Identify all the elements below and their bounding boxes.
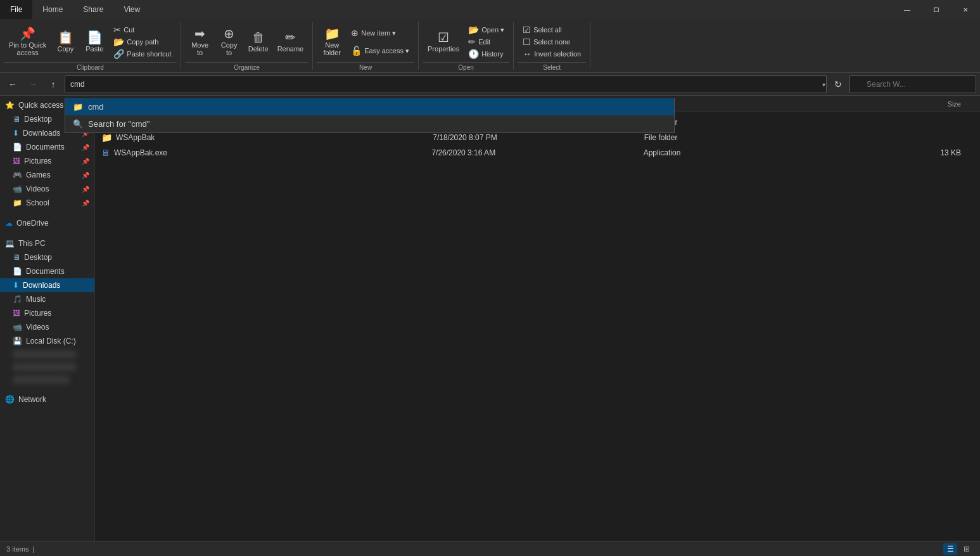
pin-icon-school: 📌 [82, 200, 89, 207]
main-area: ⭐ Quick access 🖥 Desktop 📌 ⬇ Downloads 📌… [0, 96, 980, 541]
status-bar: 3 items | ☰ ⊞ [0, 541, 980, 556]
copy-button[interactable]: 📋 Copy [51, 24, 79, 60]
details-view-button[interactable]: ☰ [943, 543, 957, 555]
tab-file[interactable]: File [0, 0, 32, 19]
paste-shortcut-button[interactable]: 🔗 Paste shortcut [110, 48, 175, 60]
sidebar-item-blurred-3[interactable] [0, 373, 94, 386]
sidebar-section-onedrive[interactable]: ☁ OneDrive [0, 214, 94, 230]
open-small-buttons: 📂 Open ▾ ✏ Edit 🕐 History [464, 24, 508, 60]
easy-access-icon: 🔓 [351, 46, 362, 55]
select-all-button[interactable]: ☑ Select all [519, 24, 585, 36]
up-button[interactable]: ↑ [44, 75, 62, 93]
autocomplete-item-cmd[interactable]: 📁 cmd [65, 98, 674, 115]
tab-view[interactable]: View [113, 0, 150, 19]
onedrive-label: OneDrive [16, 219, 49, 228]
thispc-downloads-icon: ⬇ [13, 281, 19, 290]
sidebar-item-music[interactable]: 🎵 Music [0, 292, 94, 306]
copy-path-button[interactable]: 📂 Copy path [110, 36, 175, 48]
sidebar-item-games[interactable]: 🎮 Games 📌 [0, 168, 94, 182]
sidebar-localdisk-label: Local Disk (C:) [26, 337, 76, 346]
documents-icon: 📄 [13, 143, 22, 152]
move-to-button[interactable]: ➡ Moveto [186, 24, 214, 60]
autocomplete-dropdown: 📁 cmd 🔍 Search for "cmd" [65, 98, 675, 133]
folder-icon: 📁 [101, 133, 112, 143]
thispc-icon: 💻 [5, 239, 15, 248]
thispc-pictures-icon: 🖼 [13, 309, 20, 318]
new-item-button[interactable]: ⊕ New item ▾ [347, 27, 413, 39]
pin-to-quick-access-button[interactable]: 📌 Pin to Quickaccess [5, 24, 50, 60]
open-button[interactable]: 📂 Open ▾ [464, 24, 508, 36]
address-dropdown-icon[interactable]: ▾ [822, 81, 825, 87]
sidebar-item-documents[interactable]: 📄 Documents 📌 [0, 140, 94, 154]
pin-icon: 📌 [20, 27, 35, 40]
sidebar-item-thispc-pictures[interactable]: 🖼 Pictures [0, 306, 94, 320]
minimize-button[interactable]: — [893, 0, 922, 19]
move-icon: ➡ [194, 27, 205, 40]
sidebar-thispc-desktop-label: Desktop [24, 253, 52, 262]
sidebar-item-thispc-downloads[interactable]: ⬇ Downloads [0, 278, 94, 292]
sidebar-item-blurred-1[interactable] [0, 348, 94, 361]
tab-home[interactable]: Home [32, 0, 73, 19]
file-area: Name Date modified Type Size 📁 output 7/… [95, 96, 980, 541]
back-button[interactable]: ← [4, 75, 22, 93]
sidebar-item-school[interactable]: 📁 School 📌 [0, 196, 94, 210]
col-size[interactable]: Size [853, 100, 974, 108]
delete-button[interactable]: 🗑 Delete [245, 24, 272, 60]
sidebar-item-videos[interactable]: 📹 Videos 📌 [0, 182, 94, 196]
properties-button[interactable]: ☑ Properties [424, 24, 463, 60]
table-row[interactable]: 🖥 WSAppBak.exe 7/26/2020 3:16 AM Applica… [95, 145, 980, 160]
invert-selection-button[interactable]: ↔ Invert selection [519, 48, 585, 60]
refresh-button[interactable]: ↻ [829, 75, 847, 93]
sidebar-item-thispc-documents[interactable]: 📄 Documents [0, 264, 94, 278]
large-icons-button[interactable]: ⊞ [960, 543, 974, 555]
sidebar-videos-label: Videos [26, 184, 49, 193]
organize-items: ➡ Moveto ⊕ Copyto 🗑 Delete ✏ Rename [185, 22, 309, 62]
sidebar: ⭐ Quick access 🖥 Desktop 📌 ⬇ Downloads 📌… [0, 96, 95, 541]
sidebar-item-thispc-desktop[interactable]: 🖥 Desktop [0, 250, 94, 264]
edit-button[interactable]: ✏ Edit [464, 36, 508, 48]
address-bar[interactable] [65, 75, 827, 93]
sidebar-item-thispc-videos[interactable]: 📹 Videos [0, 320, 94, 334]
thispc-documents-icon: 📄 [13, 267, 22, 276]
autocomplete-cmd-label: cmd [88, 102, 104, 112]
file-name: WSAppBak.exe [114, 148, 431, 157]
downloads-icon: ⬇ [13, 129, 19, 138]
history-button[interactable]: 🕐 History [464, 48, 508, 60]
copy-to-button[interactable]: ⊕ Copyto [215, 24, 243, 60]
item-count: 3 items | [6, 545, 34, 553]
maximize-button[interactable]: ⧠ [922, 0, 951, 19]
address-bar-container: ▾ 📁 cmd 🔍 Search for "cmd" [65, 75, 827, 93]
new-folder-button[interactable]: 📁 Newfolder [318, 24, 346, 60]
rename-button[interactable]: ✏ Rename [274, 24, 308, 60]
autocomplete-item-search[interactable]: 🔍 Search for "cmd" [65, 115, 674, 133]
paste-button[interactable]: 📄 Paste [80, 24, 108, 60]
thispc-label: This PC [18, 239, 46, 248]
sidebar-thispc-videos-label: Videos [26, 323, 49, 332]
sidebar-downloads-label: Downloads [23, 129, 60, 138]
easy-access-button[interactable]: 🔓 Easy access ▾ [347, 45, 413, 56]
ribbon-group-select: ☑ Select all ☐ Select none ↔ Invert sele… [514, 22, 590, 70]
school-icon: 📁 [13, 198, 22, 207]
sidebar-thispc-documents-label: Documents [26, 267, 65, 276]
file-type: Application [644, 148, 855, 157]
cut-button[interactable]: ✂ Cut [110, 24, 175, 36]
sidebar-item-blurred-2[interactable] [0, 361, 94, 373]
sidebar-games-label: Games [26, 171, 51, 179]
forward-button[interactable]: → [24, 75, 42, 93]
search-input[interactable] [850, 75, 976, 93]
ribbon-group-organize: ➡ Moveto ⊕ Copyto 🗑 Delete ✏ Rename Orga… [181, 22, 314, 70]
blurred-item-1 [13, 351, 76, 358]
sidebar-section-thispc[interactable]: 💻 This PC [0, 234, 94, 250]
select-none-button[interactable]: ☐ Select none [519, 36, 585, 48]
sidebar-section-network[interactable]: 🌐 Network [0, 390, 94, 406]
desktop-icon: 🖥 [13, 115, 20, 124]
autocomplete-search-label: Search for "cmd" [88, 119, 150, 129]
sidebar-item-localdisk[interactable]: 💾 Local Disk (C:) [0, 334, 94, 348]
sidebar-item-pictures[interactable]: 🖼 Pictures 📌 [0, 154, 94, 168]
delete-icon: 🗑 [252, 31, 265, 44]
file-date: 7/18/2020 8:07 PM [433, 133, 644, 142]
close-button[interactable]: ✕ [951, 0, 980, 19]
tab-share[interactable]: Share [73, 0, 113, 19]
organize-label: Organize [185, 62, 309, 72]
select-items: ☑ Select all ☐ Select none ↔ Invert sele… [518, 22, 586, 62]
